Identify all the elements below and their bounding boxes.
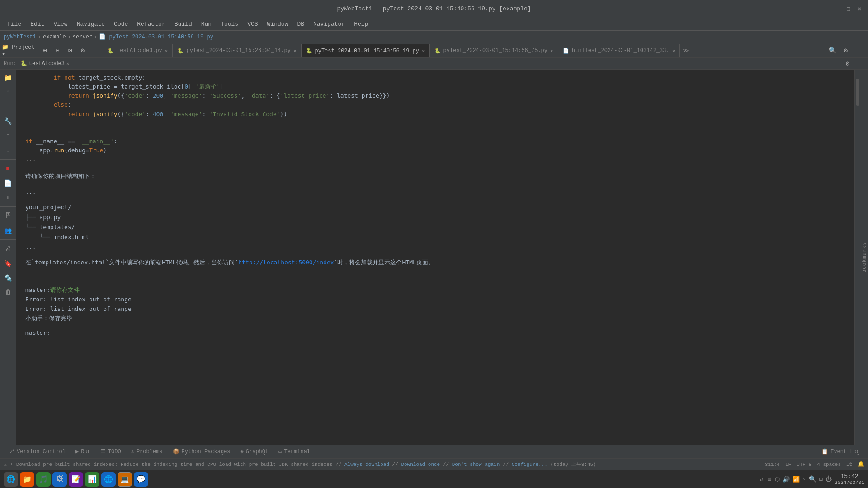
tab-run[interactable]: ▶ Run xyxy=(71,446,95,458)
taskbar-power-icon[interactable]: ⏻ xyxy=(826,476,832,483)
ai-link[interactable]: http://localhost:5000/index xyxy=(238,259,334,266)
tab-1-close[interactable]: ✕ xyxy=(293,48,297,54)
toolbar-close[interactable]: — xyxy=(90,45,101,56)
python-packages-icon: 📦 xyxy=(173,448,179,455)
status-notification-icon[interactable]: 🔔 xyxy=(858,461,864,468)
code-line xyxy=(25,128,854,137)
toolbar-gear[interactable]: ⚙ xyxy=(840,45,852,56)
menu-tools[interactable]: Tools xyxy=(217,19,242,29)
taskbar-photos-icon[interactable]: 🖼 xyxy=(52,472,67,487)
close-button[interactable]: ✕ xyxy=(856,6,863,12)
sidebar-bookmark-icon[interactable]: 🔖 xyxy=(2,257,14,270)
tab-2-close[interactable]: ✕ xyxy=(422,48,425,54)
sidebar-trash-icon[interactable]: 🗑 xyxy=(2,286,14,299)
menu-navigate[interactable]: Navigate xyxy=(73,19,108,29)
minimize-button[interactable]: — xyxy=(835,6,841,12)
breadcrumb-file[interactable]: 📄 pyTest_2024-03-01_15:40:56_19.py xyxy=(99,33,213,40)
run-tab-close[interactable]: ✕ xyxy=(66,61,69,66)
sidebar-down-icon[interactable]: ↓ xyxy=(2,100,14,113)
scrollbar[interactable] xyxy=(854,70,860,445)
taskbar-music-icon[interactable]: 🎵 xyxy=(36,472,51,487)
status-spaces: 4 spaces xyxy=(817,462,841,467)
tab-0-close[interactable]: ✕ xyxy=(165,48,168,54)
tab-event-log[interactable]: 📋 Event Log xyxy=(817,446,864,458)
run-tab[interactable]: 🐍 testAIcode3 ✕ xyxy=(20,60,69,67)
run-settings-icon[interactable]: ⚙ xyxy=(843,59,853,69)
menu-file[interactable]: File xyxy=(4,19,25,29)
taskbar-search-icon2[interactable]: 🔍 xyxy=(809,475,816,483)
project-dropdown[interactable]: 📁 Project ▾ xyxy=(2,45,38,56)
taskbar-spreadsheet-icon[interactable]: 📊 xyxy=(85,472,99,487)
sidebar-project-icon[interactable]: 📁 xyxy=(2,71,14,84)
taskbar-apps-icon[interactable]: ⊞ xyxy=(819,475,823,483)
menu-code[interactable]: Code xyxy=(110,19,132,29)
tab-4[interactable]: 📄 htmlTest_2024-03-01_103142_33. ✕ xyxy=(558,44,680,57)
tab-overflow[interactable]: ≫ xyxy=(680,44,692,57)
tab-3[interactable]: 🐍 pyTest_2024-03-01_15:14:56_75.py ✕ xyxy=(430,44,558,57)
taskbar-system-icons: ⇄ 🖥 ⬡ 🔊 📶 › xyxy=(760,476,806,483)
tab-2[interactable]: 🐍 pyTest_2024-03-01_15:40:56_19.py ✕ xyxy=(302,44,430,57)
toolbar-search[interactable]: 🔍 xyxy=(826,45,838,56)
taskbar-start-icon[interactable]: 🌐 xyxy=(4,472,18,487)
code-editor[interactable]: if not target_stock.empty: latest_price … xyxy=(16,70,854,445)
toolbar-layout2[interactable]: ⊟ xyxy=(52,45,63,56)
event-log-icon: 📋 xyxy=(821,448,828,455)
run-minimize-icon[interactable]: — xyxy=(854,59,864,69)
menu-vcs[interactable]: VCS xyxy=(244,19,261,29)
menu-window[interactable]: Window xyxy=(264,19,292,29)
code-line: latest_price = target_stock.iloc[0]['最新价… xyxy=(25,82,854,91)
taskbar-browser-icon[interactable]: 🌐 xyxy=(101,472,116,487)
sidebar-print-icon[interactable]: 🖨 xyxy=(2,243,14,255)
taskbar-files-icon[interactable]: 📁 xyxy=(20,472,34,487)
tab-graphql[interactable]: ◈ GraphQL xyxy=(236,446,274,458)
tab-4-close[interactable]: ✕ xyxy=(672,48,675,54)
sidebar-arrow-up2-icon[interactable]: ↑ xyxy=(2,129,14,142)
sidebar-docs-icon[interactable]: 📄 xyxy=(2,177,14,189)
version-control-label: Version Control xyxy=(17,449,66,455)
terminal-error2: Error: list index out of range xyxy=(25,305,854,314)
sidebar-arrow-down2-icon[interactable]: ↓ xyxy=(2,144,14,156)
taskbar-notes-icon[interactable]: 📝 xyxy=(69,472,83,487)
menu-navigator[interactable]: Navigator xyxy=(310,19,349,29)
taskbar-chat-icon[interactable]: 💬 xyxy=(134,472,148,487)
menu-build[interactable]: Build xyxy=(171,19,196,29)
tab-python-packages[interactable]: 📦 Python Packages xyxy=(168,446,235,458)
breadcrumb-server[interactable]: server xyxy=(73,34,92,40)
tab-1[interactable]: 🐍 pyTest_2024-03-01_15:26:04_14.py ✕ xyxy=(173,44,301,57)
ai-intro: 请确保你的项目结构如下： xyxy=(25,171,854,181)
sidebar-upload-icon[interactable]: ⬆ xyxy=(2,191,14,204)
breadcrumb-project[interactable]: pyWebTest1 xyxy=(4,34,36,40)
status-info-text[interactable]: ⬇ Download pre-built shared indexes: Red… xyxy=(10,461,596,468)
tab-version-control[interactable]: ⎇ Version Control xyxy=(4,446,70,458)
tab-3-close[interactable]: ✕ xyxy=(550,48,553,54)
toolbar-layout1[interactable]: ⊞ xyxy=(39,45,51,56)
restore-button[interactable]: ❐ xyxy=(845,6,852,12)
sidebar-up-icon[interactable]: ↑ xyxy=(2,86,14,99)
tab-0[interactable]: 🐍 testAIcode3.py ✕ xyxy=(103,44,173,57)
sidebar-wrench2-icon[interactable]: 🔩 xyxy=(2,272,14,284)
status-vcs-icon: ⎇ xyxy=(846,461,852,467)
tab-problems[interactable]: ⚠ Problems xyxy=(127,446,167,458)
breadcrumb-folder[interactable]: example xyxy=(43,34,66,40)
menu-refactor[interactable]: Refactor xyxy=(133,19,169,29)
sidebar-wrench-icon[interactable]: 🔧 xyxy=(2,115,14,127)
menu-help[interactable]: Help xyxy=(350,19,372,29)
tab-terminal[interactable]: ▭ Terminal xyxy=(274,446,315,458)
menu-view[interactable]: View xyxy=(50,19,71,29)
event-log-label: Event Log xyxy=(830,449,860,455)
tab-todo[interactable]: ☰ TODO xyxy=(96,446,126,458)
taskbar-ide-icon[interactable]: 💻 xyxy=(118,472,132,487)
ai-templates: └── templates/ xyxy=(25,222,854,232)
taskbar-network-icon: ⇄ xyxy=(760,476,764,483)
sidebar-db-icon[interactable]: 🗄 xyxy=(2,210,14,222)
menu-edit[interactable]: Edit xyxy=(27,19,48,29)
menu-db[interactable]: DB xyxy=(293,19,308,29)
taskbar-arrow-icon[interactable]: › xyxy=(802,476,806,483)
menu-run[interactable]: Run xyxy=(198,19,215,29)
sidebar-people-icon[interactable]: 👥 xyxy=(2,224,14,237)
tab-1-icon: 🐍 xyxy=(177,48,184,54)
toolbar-settings[interactable]: ⚙ xyxy=(77,45,89,56)
toolbar-layout3[interactable]: ⊠ xyxy=(64,45,76,56)
toolbar-minus[interactable]: — xyxy=(854,45,865,56)
sidebar-stop-icon[interactable]: ■ xyxy=(2,162,14,175)
